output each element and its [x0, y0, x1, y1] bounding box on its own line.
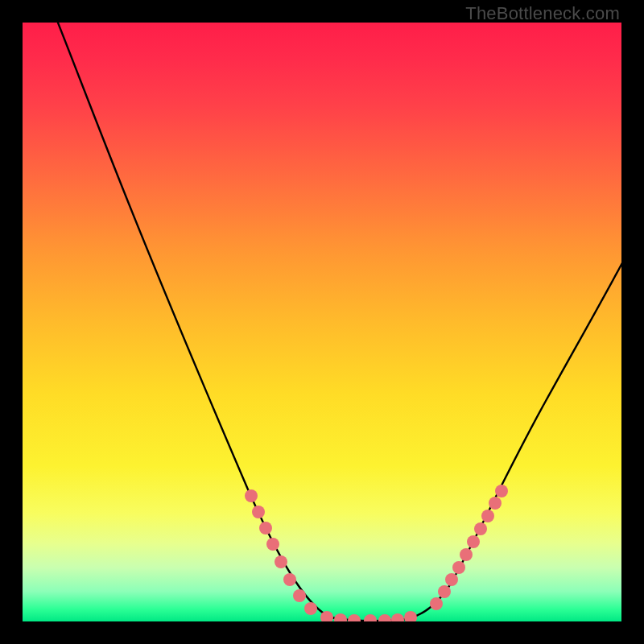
svg-point-18	[452, 561, 465, 574]
svg-point-9	[334, 613, 347, 621]
svg-point-10	[348, 614, 361, 621]
svg-point-14	[404, 611, 417, 621]
svg-point-21	[474, 522, 487, 535]
watermark-text: TheBottleneck.com	[465, 3, 620, 24]
svg-point-19	[460, 548, 473, 561]
svg-point-5	[283, 573, 296, 586]
chart-frame: TheBottleneck.com	[0, 0, 644, 644]
curve-path	[52, 23, 621, 621]
svg-point-16	[438, 585, 451, 598]
svg-point-4	[275, 555, 287, 568]
svg-point-24	[495, 485, 508, 497]
marker-cluster-right	[430, 485, 508, 610]
svg-point-11	[364, 614, 377, 621]
svg-point-0	[245, 489, 258, 502]
svg-point-17	[445, 573, 458, 586]
svg-point-1	[252, 506, 265, 518]
svg-point-15	[430, 597, 443, 610]
svg-point-12	[378, 614, 391, 621]
svg-point-20	[467, 535, 480, 548]
svg-point-22	[481, 510, 494, 522]
marker-cluster-bottom	[320, 611, 417, 621]
plot-area	[23, 23, 621, 621]
svg-point-6	[293, 589, 306, 602]
svg-point-3	[266, 538, 279, 551]
svg-point-7	[304, 602, 317, 615]
svg-point-2	[259, 522, 272, 535]
svg-point-23	[489, 497, 502, 510]
bottleneck-curve	[23, 23, 621, 621]
svg-point-13	[391, 613, 404, 621]
